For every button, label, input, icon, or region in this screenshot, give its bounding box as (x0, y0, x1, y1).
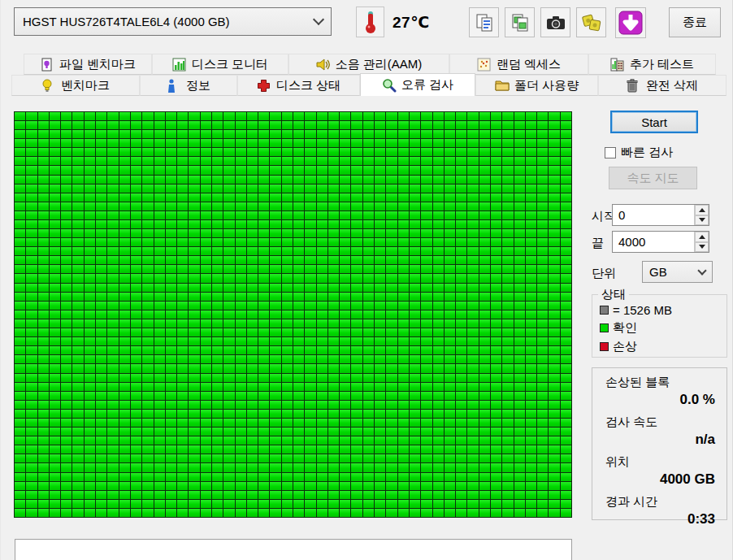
spin-down-button[interactable] (695, 215, 709, 226)
tab-label: 오류 검사 (401, 77, 453, 93)
quick-scan-checkbox-row[interactable]: 빠른 검사 (605, 145, 673, 160)
scan-block (351, 463, 362, 471)
scan-block (38, 436, 49, 445)
start-field[interactable]: 0 (612, 204, 709, 226)
scan-block (340, 473, 350, 481)
scan-block (201, 184, 211, 193)
scan-block (433, 265, 444, 273)
scan-block (467, 482, 478, 490)
copy-text-button[interactable] (469, 7, 499, 37)
scan-block (50, 130, 60, 138)
scan-block (561, 157, 571, 165)
scan-block (340, 328, 350, 336)
spin-up-button[interactable] (695, 232, 709, 242)
tab-info[interactable]: 정보 (140, 75, 237, 96)
end-field[interactable]: 4000 (612, 231, 709, 253)
scan-block (142, 193, 153, 202)
scan-block (270, 310, 280, 319)
scan-block (445, 310, 455, 319)
scan-block (247, 436, 258, 445)
scan-block (85, 157, 95, 165)
scan-block (479, 374, 490, 382)
download-update-button[interactable] (615, 7, 646, 38)
scan-block (526, 310, 536, 319)
scan-block (177, 284, 188, 292)
scan-block (549, 238, 559, 246)
tab-disk-monitor[interactable]: 디스크 모니터 (152, 54, 288, 75)
arrow-up-icon (699, 208, 705, 212)
tab-random-access[interactable]: 랜덤 엑세스 (449, 54, 588, 75)
scan-block (212, 256, 223, 264)
tab-benchmark[interactable]: 벤치마크 (11, 75, 140, 96)
scan-block (15, 392, 25, 400)
scan-block (363, 238, 374, 246)
scan-block (351, 473, 362, 481)
scan-block (189, 410, 199, 418)
scan-block (258, 428, 269, 436)
scan-block (561, 482, 571, 490)
scan-block (445, 157, 455, 165)
start-scan-button[interactable]: Start (610, 111, 698, 133)
scan-block (305, 193, 315, 202)
scan-block (189, 184, 199, 193)
scan-block (107, 419, 118, 427)
exit-button[interactable]: 종료 (669, 7, 721, 37)
scan-block (537, 166, 548, 174)
scan-block (398, 392, 409, 400)
scan-block (317, 328, 327, 336)
tab-disk-health[interactable]: 디스크 상태 (237, 75, 360, 96)
scan-block (421, 337, 432, 345)
scan-block (514, 274, 525, 282)
scan-block (467, 284, 478, 292)
end-field-value[interactable]: 4000 (613, 232, 694, 252)
scan-block (119, 130, 130, 138)
scan-block (258, 436, 269, 445)
scan-block (328, 509, 339, 517)
scan-block (549, 193, 559, 202)
scan-block (410, 310, 420, 319)
save-results-button[interactable] (576, 7, 606, 37)
scan-block (166, 229, 176, 237)
screenshot-button[interactable] (540, 7, 570, 37)
scan-block (526, 364, 536, 372)
tab-file-benchmark[interactable]: 파일 벤치마크 (24, 54, 152, 75)
scan-block (317, 463, 327, 471)
tab-extra-tests[interactable]: 추가 테스트 (588, 54, 716, 75)
scan-block (514, 473, 525, 481)
scan-block (363, 346, 374, 354)
scan-block (561, 130, 571, 138)
scan-block (514, 392, 525, 400)
scan-block (305, 148, 315, 156)
scan-block (223, 436, 234, 445)
scan-block (15, 374, 25, 382)
scan-block (351, 184, 362, 193)
unit-select[interactable]: GB (642, 261, 713, 283)
scan-block (305, 310, 315, 319)
scan-block (317, 355, 327, 363)
scan-block (479, 491, 490, 499)
tab-secure-erase[interactable]: 완전 삭제 (598, 75, 726, 96)
scan-block (201, 176, 211, 184)
scan-block (317, 428, 327, 436)
scan-block (340, 166, 350, 174)
spin-up-button[interactable] (695, 205, 709, 215)
scan-block (479, 211, 490, 219)
scan-block (537, 337, 548, 345)
tab-error-scan[interactable]: 오류 검사 (360, 73, 475, 96)
scan-block (38, 238, 49, 246)
scan-block (154, 445, 165, 454)
scan-block (142, 130, 153, 138)
scan-block (537, 500, 548, 508)
scan-block (537, 319, 548, 328)
scan-grid[interactable] (14, 111, 572, 518)
start-field-value[interactable]: 0 (613, 205, 694, 225)
copy-image-button[interactable] (505, 7, 535, 37)
scan-block (514, 500, 525, 508)
quick-scan-checkbox[interactable] (605, 147, 616, 158)
tab-folder-usage[interactable]: 폴더 사용량 (475, 75, 598, 96)
scan-block (561, 419, 571, 427)
tab-noise-management[interactable]: 소음 관리(AAM) (288, 54, 449, 75)
spin-down-button[interactable] (695, 242, 709, 253)
scan-block (50, 193, 60, 202)
drive-select[interactable]: HGST HUS726T4TALE6L4 (4000 GB) (14, 7, 332, 36)
